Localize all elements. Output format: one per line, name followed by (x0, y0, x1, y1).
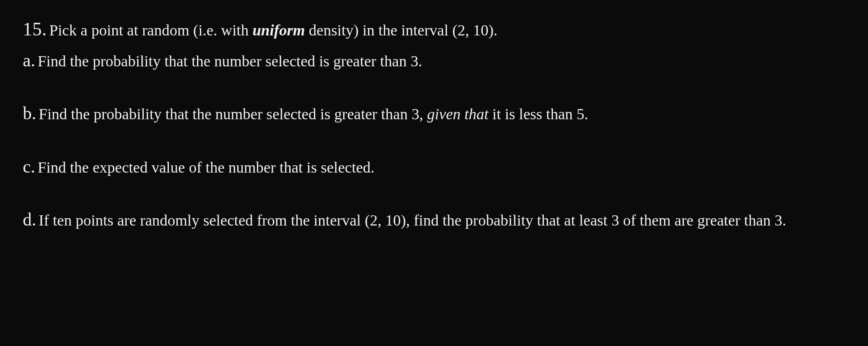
part-b-label: b. (23, 103, 36, 123)
intro-text-suffix: . (493, 22, 498, 39)
part-b-prefix: Find the probability that the number sel… (39, 105, 427, 123)
part-d-suffix: , find the probability that at least 3 o… (406, 212, 786, 229)
part-c: c. Find the expected value of the number… (23, 153, 852, 181)
part-b-suffix: it is less than 5. (489, 105, 588, 123)
intro-interval: (2, 10) (452, 22, 493, 39)
part-c-text: Find the expected value of the number th… (38, 159, 375, 176)
part-d-label: d. (23, 210, 36, 230)
problem-page: 15. Pick a point at random (i.e. with un… (0, 0, 868, 346)
part-a: a. Find the probability that the number … (23, 47, 852, 74)
part-d: d. If ten points are randomly selected f… (23, 206, 852, 234)
part-a-label: a. (23, 50, 35, 70)
part-d-prefix: If ten points are randomly selected from… (39, 212, 365, 229)
problem-number: 15. (23, 19, 47, 39)
part-d-interval: (2, 10) (365, 212, 406, 229)
part-a-text: Find the probability that the number sel… (38, 53, 422, 70)
intro-text-prefix: Pick a point at random (i.e. with (49, 22, 252, 39)
part-b: b. Find the probability that the number … (23, 100, 852, 127)
part-b-given: given that (427, 105, 489, 123)
problem-intro: 15. Pick a point at random (i.e. with un… (23, 15, 852, 44)
intro-text-mid: density) in the interval (305, 22, 452, 39)
intro-uniform: uniform (252, 22, 305, 39)
part-c-label: c. (23, 157, 35, 177)
